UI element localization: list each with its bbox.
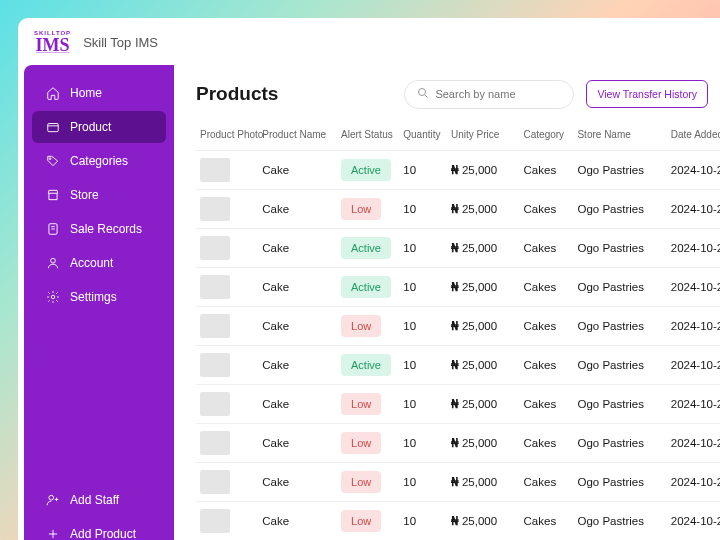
- unit-price: ₦25,000: [447, 385, 520, 424]
- date-added: 2024-10-25: [667, 424, 720, 463]
- column-header: Alert Status: [337, 123, 399, 151]
- table-row[interactable]: CakeLow10₦25,000CakesOgo Pastries2024-10…: [196, 424, 720, 463]
- category: Cakes: [520, 346, 574, 385]
- product-thumbnail: [200, 470, 230, 494]
- naira-icon: ₦: [451, 398, 459, 410]
- tag-icon: [46, 154, 60, 168]
- store-name: Ogo Pastries: [573, 463, 666, 502]
- quantity: 10: [399, 502, 447, 541]
- sidebar-item-label: Sale Records: [70, 222, 142, 236]
- sidebar-item-account[interactable]: Account: [32, 247, 166, 279]
- category: Cakes: [520, 268, 574, 307]
- naira-icon: ₦: [451, 242, 459, 254]
- box-icon: [46, 120, 60, 134]
- product-thumbnail: [200, 314, 230, 338]
- table-row[interactable]: CakeLow10₦25,000CakesOgo Pastries2024-10…: [196, 385, 720, 424]
- product-name: Cake: [258, 424, 337, 463]
- svg-point-12: [419, 88, 426, 95]
- table-row[interactable]: CakeLow10₦25,000CakesOgo Pastries2024-10…: [196, 307, 720, 346]
- product-name: Cake: [258, 463, 337, 502]
- unit-price: ₦25,000: [447, 268, 520, 307]
- sidebar-item-label: Account: [70, 256, 113, 270]
- product-name: Cake: [258, 190, 337, 229]
- svg-point-5: [51, 258, 56, 263]
- view-transfer-history-button[interactable]: View Transfer History: [586, 80, 708, 108]
- unit-price: ₦25,000: [447, 463, 520, 502]
- naira-icon: ₦: [451, 203, 459, 215]
- store-name: Ogo Pastries: [573, 307, 666, 346]
- status-badge: Active: [341, 159, 391, 181]
- sidebar-item-store[interactable]: Store: [32, 179, 166, 211]
- product-thumbnail: [200, 236, 230, 260]
- product-name: Cake: [258, 502, 337, 541]
- status-badge: Active: [341, 276, 391, 298]
- status-badge: Active: [341, 354, 391, 376]
- unit-price: ₦25,000: [447, 424, 520, 463]
- table-row[interactable]: CakeActive10₦25,000CakesOgo Pastries2024…: [196, 268, 720, 307]
- naira-icon: ₦: [451, 281, 459, 293]
- sidebar-item-label: Store: [70, 188, 99, 202]
- column-header: Product Photo: [196, 123, 258, 151]
- naira-icon: ₦: [451, 515, 459, 527]
- unit-price: ₦25,000: [447, 229, 520, 268]
- app-title: Skill Top IMS: [83, 35, 158, 50]
- search-input[interactable]: [435, 88, 561, 100]
- status-badge: Low: [341, 510, 381, 532]
- sidebar-item-product[interactable]: Product: [32, 111, 166, 143]
- category: Cakes: [520, 463, 574, 502]
- sidebar-item-categories[interactable]: Categories: [32, 145, 166, 177]
- category: Cakes: [520, 151, 574, 190]
- category: Cakes: [520, 190, 574, 229]
- column-header: Category: [520, 123, 574, 151]
- product-name: Cake: [258, 151, 337, 190]
- quantity: 10: [399, 463, 447, 502]
- page-title: Products: [196, 83, 392, 105]
- table-row[interactable]: CakeLow10₦25,000CakesOgo Pastries2024-10…: [196, 463, 720, 502]
- sidebar-item-add-product[interactable]: Add Product: [32, 518, 166, 540]
- svg-point-1: [49, 158, 51, 160]
- product-thumbnail: [200, 509, 230, 533]
- category: Cakes: [520, 424, 574, 463]
- naira-icon: ₦: [451, 359, 459, 371]
- store-name: Ogo Pastries: [573, 268, 666, 307]
- store-name: Ogo Pastries: [573, 424, 666, 463]
- product-name: Cake: [258, 385, 337, 424]
- naira-icon: ₦: [451, 437, 459, 449]
- table-row[interactable]: CakeActive10₦25,000CakesOgo Pastries2024…: [196, 151, 720, 190]
- search-box[interactable]: [404, 80, 574, 109]
- store-name: Ogo Pastries: [573, 346, 666, 385]
- plus-icon: [46, 527, 60, 540]
- table-row[interactable]: CakeActive10₦25,000CakesOgo Pastries2024…: [196, 346, 720, 385]
- column-header: Quantity: [399, 123, 447, 151]
- quantity: 10: [399, 190, 447, 229]
- sidebar-item-settimgs[interactable]: Settimgs: [32, 281, 166, 313]
- user-plus-icon: [46, 493, 60, 507]
- column-header: Date Added: [667, 123, 720, 151]
- sidebar-item-sale-records[interactable]: Sale Records: [32, 213, 166, 245]
- sidebar-item-label: Add Staff: [70, 493, 119, 507]
- table-row[interactable]: CakeLow10₦25,000CakesOgo Pastries2024-10…: [196, 190, 720, 229]
- sidebar-item-label: Product: [70, 120, 111, 134]
- gear-icon: [46, 290, 60, 304]
- logo-name: IMS: [36, 36, 70, 54]
- store-icon: [46, 188, 60, 202]
- date-added: 2024-10-25: [667, 229, 720, 268]
- product-thumbnail: [200, 392, 230, 416]
- store-name: Ogo Pastries: [573, 229, 666, 268]
- products-table: Product PhotoProduct NameAlert StatusQua…: [196, 123, 720, 540]
- store-name: Ogo Pastries: [573, 385, 666, 424]
- sidebar-item-home[interactable]: Home: [32, 77, 166, 109]
- naira-icon: ₦: [451, 476, 459, 488]
- product-thumbnail: [200, 158, 230, 182]
- naira-icon: ₦: [451, 320, 459, 332]
- main: Products View Transfer History Produc: [174, 65, 720, 540]
- status-badge: Low: [341, 315, 381, 337]
- sidebar-item-add-staff[interactable]: Add Staff: [32, 484, 166, 516]
- table-row[interactable]: CakeLow10₦25,000CakesOgo Pastries2024-10…: [196, 502, 720, 541]
- column-header: Product Name: [258, 123, 337, 151]
- table-row[interactable]: CakeActive10₦25,000CakesOgo Pastries2024…: [196, 229, 720, 268]
- search-icon: [417, 87, 429, 102]
- status-badge: Low: [341, 393, 381, 415]
- quantity: 10: [399, 151, 447, 190]
- product-thumbnail: [200, 197, 230, 221]
